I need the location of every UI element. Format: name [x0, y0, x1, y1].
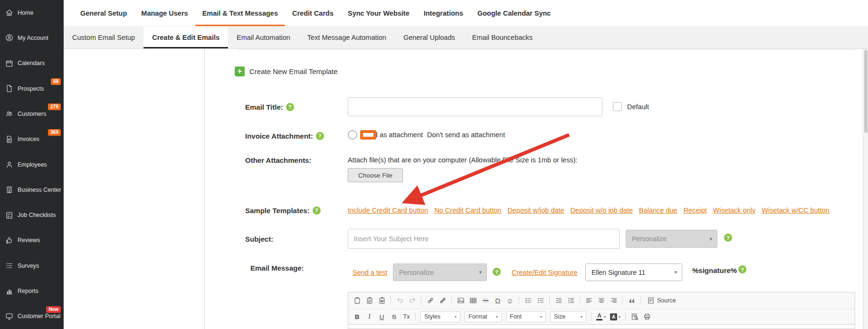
link-receipt[interactable]: Receipt — [684, 207, 707, 214]
chevron-down-icon: ▾ — [674, 269, 677, 275]
business-building-icon — [5, 186, 13, 194]
indent-icon[interactable] — [565, 295, 577, 306]
create-new-email-template-button[interactable]: + Create New Email Template — [235, 65, 338, 78]
paste-icon[interactable] — [351, 295, 363, 306]
tab-email-text-messages[interactable]: Email & Text Messages — [195, 0, 285, 26]
sidebar-item-job-checklists[interactable]: Job Checklists — [0, 203, 64, 228]
vertical-scrollbar[interactable] — [863, 49, 868, 329]
align-right-icon[interactable] — [608, 295, 620, 306]
align-center-icon[interactable] — [595, 295, 607, 306]
bulleted-list-icon[interactable] — [534, 295, 546, 306]
tab-text-message-automation[interactable]: Text Message Automation — [299, 27, 395, 48]
create-edit-signature-link[interactable]: Create/Edit Signature — [512, 267, 578, 278]
tab-custom-email-setup[interactable]: Custom Email Setup — [64, 27, 143, 48]
signature-token: %signature% — [692, 264, 737, 276]
sidebar-item-my-account[interactable]: My Account — [0, 25, 64, 50]
message-personalize-select[interactable]: Personalize ▾ — [393, 263, 487, 281]
tab-general-uploads[interactable]: General Uploads — [395, 27, 464, 48]
tab-general-setup[interactable]: General Setup — [73, 0, 134, 26]
help-icon[interactable]: ? — [313, 207, 321, 215]
blockquote-icon[interactable] — [626, 295, 638, 306]
italic-button[interactable]: I — [363, 311, 375, 322]
paste-plain-text-icon[interactable] — [363, 295, 375, 306]
signature-select[interactable]: Ellen Signature 11 ▾ — [585, 263, 682, 281]
help-icon[interactable]: ? — [493, 268, 501, 276]
email-message-label: Email Message: — [250, 262, 304, 273]
link-balance-due[interactable]: Balance due — [639, 207, 677, 214]
link-wisetack-with-cc-button[interactable]: Wisetack w/CC button — [762, 207, 830, 214]
editor-content-area[interactable] — [348, 325, 855, 329]
undo-icon[interactable] — [394, 295, 406, 306]
help-icon[interactable]: ? — [286, 103, 294, 111]
toolbar-separator — [591, 312, 591, 321]
styles-combo[interactable]: Styles▾ — [420, 311, 460, 322]
paste-from-word-icon[interactable] — [376, 295, 388, 306]
subject-personalize-select[interactable]: Personalize ▾ — [626, 230, 717, 248]
horizontal-rule-icon[interactable] — [479, 295, 491, 306]
tab-sync-your-website[interactable]: Sync Your Website — [341, 0, 417, 26]
link-deposit-with-job-date[interactable]: Deposit w/job date — [507, 207, 564, 214]
unlink-icon[interactable] — [437, 295, 448, 306]
customer-portal-monitor-icon — [5, 312, 13, 320]
link-icon[interactable] — [424, 295, 436, 306]
default-checkbox[interactable] — [613, 102, 622, 111]
job-checklist-icon — [5, 211, 13, 219]
dont-send-as-attachment-radio[interactable] — [360, 130, 376, 140]
help-icon[interactable]: ? — [738, 265, 746, 273]
smiley-icon[interactable]: ☺ — [504, 295, 516, 306]
sidebar-item-customers[interactable]: Customers 279 — [0, 101, 64, 126]
sidebar-item-home[interactable]: Home — [0, 0, 64, 25]
sidebar-item-invoices[interactable]: Invoices 369 — [0, 127, 64, 152]
underline-button[interactable]: U — [376, 311, 388, 322]
sidebar-item-reports[interactable]: Reports — [0, 278, 64, 303]
sidebar-item-calendars[interactable]: Calendars — [0, 51, 64, 76]
choose-file-button[interactable]: Choose File — [348, 168, 403, 182]
special-char-icon[interactable]: Ω — [492, 295, 504, 306]
sidebar-item-business-center[interactable]: Business Center — [0, 177, 64, 202]
email-title-input[interactable] — [348, 97, 602, 116]
table-icon[interactable] — [467, 295, 479, 306]
link-no-credit-card-button[interactable]: No Credit Card button — [434, 207, 501, 214]
align-left-icon[interactable] — [583, 295, 595, 306]
tab-google-calendar-sync[interactable]: Google Calendar Sync — [470, 0, 558, 26]
remove-format-button[interactable]: Tx — [401, 311, 412, 322]
redo-icon[interactable] — [406, 295, 418, 306]
numbered-list-icon[interactable] — [522, 295, 534, 306]
sidebar-item-employees[interactable]: Employees — [0, 152, 64, 177]
sidebar-item-surveys[interactable]: Surveys — [0, 253, 64, 278]
toolbar-separator — [415, 312, 416, 321]
font-combo[interactable]: Font▾ — [506, 311, 546, 322]
image-icon[interactable] — [455, 295, 467, 306]
format-combo[interactable]: Format▾ — [465, 311, 502, 322]
tab-manage-users[interactable]: Manage Users — [134, 0, 195, 26]
sidebar-item-customer-portal[interactable]: Customer Portal New — [0, 304, 64, 329]
chevron-down-icon: ▾ — [540, 315, 542, 319]
send-as-attachment-radio[interactable] — [348, 130, 357, 140]
tab-create-edit-emails[interactable]: Create & Edit Emails — [143, 27, 228, 48]
main-content: + Create New Email Template Email Title:… — [64, 49, 868, 329]
link-deposit-without-job-date[interactable]: Deposit w/o job date — [571, 207, 633, 214]
tab-email-automation[interactable]: Email Automation — [228, 27, 299, 48]
print-icon[interactable] — [641, 311, 653, 322]
link-wisetack-only[interactable]: Wisetack only — [713, 207, 755, 214]
sidebar-item-prospects[interactable]: Prospects 69 — [0, 76, 64, 101]
bold-button[interactable]: B — [351, 311, 363, 322]
tab-credit-cards[interactable]: Credit Cards — [285, 0, 341, 26]
tab-integrations[interactable]: Integrations — [417, 0, 470, 26]
help-icon[interactable]: ? — [724, 234, 732, 242]
editor-toolbar-row-2: B I U S Tx Styles▾ Format▾ Font▾ Size▾ A… — [348, 309, 855, 325]
preview-icon[interactable] — [629, 311, 640, 322]
text-color-icon[interactable]: A ▾ — [594, 311, 608, 322]
scrollbar-thumb[interactable] — [864, 50, 868, 133]
link-include-credit-card-button[interactable]: Include Credit Card button — [348, 207, 428, 214]
size-combo[interactable]: Size▾ — [550, 311, 586, 322]
bg-color-icon[interactable]: A ▾ — [608, 311, 622, 322]
tab-email-bouncebacks[interactable]: Email Bouncebacks — [464, 27, 541, 48]
subject-input[interactable] — [348, 229, 620, 249]
send-a-test-link[interactable]: Send a test — [353, 267, 387, 278]
source-button[interactable]: Source — [644, 295, 679, 306]
outdent-icon[interactable] — [553, 295, 564, 306]
help-icon[interactable]: ? — [316, 132, 324, 140]
sidebar-item-reviews[interactable]: Reviews — [0, 228, 64, 253]
strikethrough-button[interactable]: S — [388, 311, 400, 322]
